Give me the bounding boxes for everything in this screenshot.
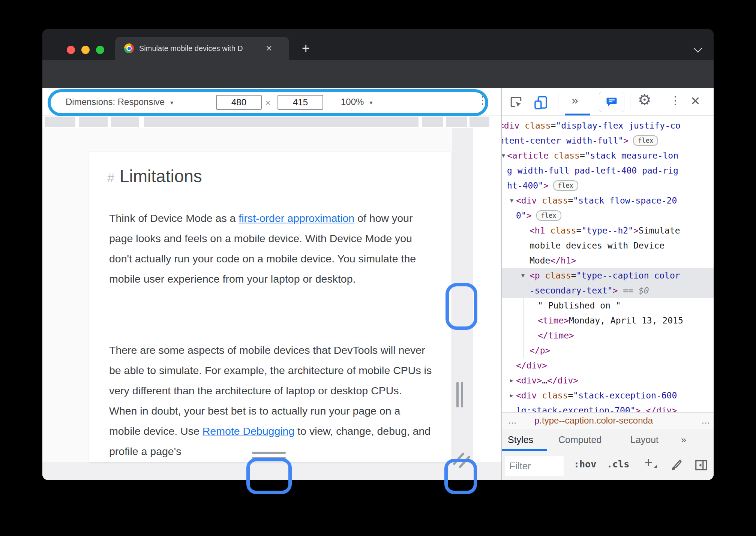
flex-badge[interactable]: flex (633, 135, 658, 146)
content-card: # Limitations Think of Device Mode as a … (89, 152, 451, 462)
elements-tree-row[interactable]: <time>Monday, April 13, 2015 (502, 313, 714, 328)
code-token: <div> (516, 376, 542, 385)
devtools-menu-icon[interactable]: ⋮ (670, 94, 681, 107)
elements-tree-row[interactable]: " Published on " (502, 298, 714, 313)
toggle-classes-button[interactable]: .cls (607, 459, 629, 470)
code-token: class (550, 226, 576, 235)
macos-minimize-button[interactable] (81, 46, 90, 54)
ruler-segment[interactable] (79, 117, 108, 127)
zoom-select[interactable]: 100%▼ (341, 97, 374, 107)
styles-filter-input[interactable] (505, 456, 564, 476)
code-token: <article (507, 151, 554, 160)
feedback-button[interactable] (599, 92, 624, 112)
tab-strip: Simulate mobile devices with D × + (42, 29, 714, 60)
paragraph-text: There are some aspects of mobile devices… (109, 344, 432, 437)
bottom-resize-handle[interactable] (252, 457, 286, 459)
more-panels-chevron[interactable]: » (572, 93, 578, 107)
viewport-height-input[interactable] (278, 95, 323, 110)
elements-tree-row[interactable]: mobile devices with Device (502, 238, 714, 253)
toggle-hover-state-button[interactable]: :hov (574, 459, 596, 470)
elements-tree-row[interactable]: ntent-center width-full">flex (502, 133, 714, 148)
new-tab-button[interactable]: + (302, 42, 310, 55)
viewport-resize-gutter-bottom[interactable] (42, 462, 501, 480)
viewport-width-input[interactable] (216, 95, 262, 110)
breadcrumb-overflow-left[interactable]: … (508, 413, 518, 428)
rendering-brush-icon[interactable] (669, 458, 683, 474)
chevron-down-icon[interactable] (694, 44, 702, 53)
code-token: "stack-exception-600 (573, 391, 677, 400)
viewport-resize-gutter-right[interactable] (452, 128, 473, 480)
tab-computed[interactable]: Computed (558, 434, 602, 445)
code-token: class (545, 271, 571, 280)
code-token: lg:stack-exception-700" (516, 406, 636, 412)
code-token: ntent-center width-full" (502, 136, 623, 145)
ruler-segment[interactable] (470, 117, 489, 127)
macos-fullscreen-button[interactable] (96, 46, 104, 54)
elements-tree-row[interactable]: ▼<article class="stack measure-lon (502, 148, 714, 163)
elements-tree-row[interactable]: ▶<div>…</div> (502, 373, 714, 388)
collapse-arrow-icon[interactable]: ▼ (521, 268, 525, 283)
breadcrumb-selected-node[interactable]: p.type--caption.color-seconda (534, 413, 653, 428)
ruler-segment[interactable] (45, 117, 75, 127)
heading-anchor-hash[interactable]: # (107, 171, 114, 185)
tab-close-icon[interactable]: × (266, 43, 272, 54)
elements-tree-row[interactable]: -secondary-text"> == $0 (502, 283, 714, 298)
ruler-segment[interactable] (111, 117, 139, 127)
elements-tree-row[interactable]: lg:stack-exception-700">…</div> (502, 403, 714, 412)
code-token: = (576, 226, 582, 235)
elements-tree-row[interactable]: g width-full pad-left-400 pad-rig (502, 163, 714, 178)
elements-tree-row[interactable]: </div> (502, 358, 714, 373)
code-token: class (525, 121, 550, 130)
collapse-arrow-icon[interactable]: ▼ (502, 148, 505, 163)
ruler-segment[interactable] (422, 117, 443, 127)
code-token: > (636, 406, 641, 412)
flex-badge[interactable]: flex (536, 210, 561, 221)
code-token: = (568, 196, 573, 205)
elements-tree-row[interactable]: ▼<div class="stack flow-space-20 (502, 193, 714, 208)
elements-tree-row[interactable]: 0">flex (502, 208, 714, 223)
collapse-arrow-icon[interactable]: ▼ (510, 193, 513, 208)
bottom-resize-handle[interactable] (252, 452, 286, 454)
link-remote-debugging[interactable]: Remote Debugging (202, 425, 295, 437)
code-token: == (618, 286, 638, 295)
code-token: <div (502, 121, 525, 130)
code-token: $0 (639, 286, 649, 295)
elements-tree-row[interactable]: </p> (502, 343, 714, 358)
expand-arrow-icon[interactable]: ▶ (510, 373, 513, 388)
devtools-close-icon[interactable]: × (691, 92, 700, 110)
heading-text: Limitations (120, 166, 202, 186)
right-resize-handle[interactable] (456, 382, 459, 407)
ruler-segment[interactable] (446, 117, 467, 127)
toggle-sidebar-icon[interactable] (694, 458, 708, 474)
code-token: > (526, 211, 532, 220)
flex-badge[interactable]: flex (553, 180, 578, 191)
elements-tree-row[interactable]: </time> (502, 328, 714, 343)
code-token: class (542, 196, 568, 205)
macos-close-button[interactable] (67, 46, 75, 54)
more-tabs-chevron[interactable]: » (681, 434, 686, 445)
chrome-favicon-icon (124, 43, 134, 53)
code-token: Monday, April 13, 2015 (569, 316, 683, 325)
browser-tab[interactable]: Simulate mobile devices with D × (115, 37, 289, 60)
code-token: "type--caption color (576, 271, 680, 280)
settings-gear-icon[interactable]: ⚙ (638, 91, 651, 108)
expand-arrow-icon[interactable]: ▶ (510, 388, 513, 403)
ruler-segment[interactable] (144, 117, 418, 127)
elements-tree-row[interactable]: Mode</h1> (502, 253, 714, 268)
elements-tree-row[interactable]: ▼<p class="type--caption color (502, 268, 714, 283)
tab-styles[interactable]: Styles (508, 434, 533, 445)
new-style-rule-button[interactable]: + (644, 454, 652, 470)
device-toolbar-icon[interactable] (533, 95, 548, 112)
dimensions-label: Dimensions: Responsive (66, 97, 165, 107)
inspect-element-icon[interactable] (509, 95, 523, 110)
dimensions-select[interactable]: Dimensions: Responsive▼ (66, 97, 174, 107)
link-first-order-approximation[interactable]: first-order approximation (238, 212, 354, 224)
elements-tree-row[interactable]: ht-400">flex (502, 178, 714, 193)
device-toolbar-menu-icon[interactable]: ⋮ (477, 94, 488, 106)
tab-layout[interactable]: Layout (630, 434, 658, 445)
elements-tree-row[interactable]: <div class="display-flex justify-co (502, 118, 714, 133)
breadcrumb-overflow-right[interactable]: … (701, 413, 711, 428)
elements-tree-row[interactable]: <h1 class="type--h2">Simulate (502, 223, 714, 238)
right-resize-handle[interactable] (461, 382, 463, 407)
elements-tree-row[interactable]: ▶<div class="stack-exception-600 (502, 388, 714, 403)
